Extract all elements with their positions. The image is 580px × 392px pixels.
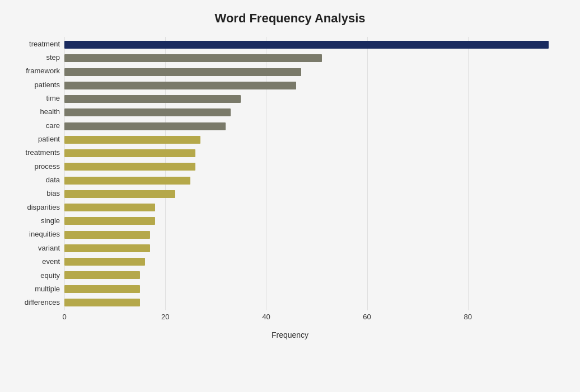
y-label: framework [11, 67, 64, 74]
y-label: step [11, 54, 64, 61]
x-tick: 60 [363, 313, 371, 321]
bar [64, 231, 150, 239]
bar-row [64, 228, 569, 242]
bar [64, 163, 195, 171]
bar [64, 82, 296, 89]
y-label: treatments [11, 149, 64, 156]
x-tick: 20 [161, 313, 169, 321]
bar [64, 95, 241, 103]
bar [64, 299, 140, 306]
bar [64, 285, 140, 293]
x-axis-label: Frequency [11, 330, 569, 339]
x-axis: 020406080 [64, 313, 569, 329]
bar [64, 149, 195, 157]
y-label: patient [11, 135, 64, 143]
bar-row [64, 106, 569, 119]
chart-container: Word Frequency Analysis treatmentstepfra… [0, 0, 580, 392]
y-label: care [11, 122, 64, 129]
y-labels: treatmentstepframeworkpatientstimehealth… [11, 37, 64, 310]
bar-row [64, 160, 569, 173]
y-label: time [11, 95, 64, 102]
bar-row [64, 79, 569, 92]
bar-row [64, 296, 569, 309]
bar [64, 177, 190, 185]
bar-row [64, 201, 569, 214]
bar-row [64, 120, 569, 133]
y-label: process [11, 163, 64, 170]
bar-row [64, 174, 569, 187]
x-tick: 40 [262, 313, 270, 321]
bar [64, 190, 175, 198]
chart-area: treatmentstepframeworkpatientstimehealth… [11, 37, 569, 339]
bar [64, 54, 322, 62]
bar [64, 68, 301, 76]
y-label: event [11, 258, 64, 265]
bar [64, 244, 150, 252]
bar [64, 136, 200, 144]
bar-row [64, 214, 569, 228]
bar-row [64, 92, 569, 106]
chart-title: Word Frequency Analysis [11, 11, 569, 26]
bar [64, 108, 231, 116]
bar [64, 204, 155, 211]
bar [64, 122, 226, 130]
bars-section: treatmentstepframeworkpatientstimehealth… [11, 37, 569, 310]
bar-row [64, 242, 569, 255]
bar [64, 217, 155, 225]
y-label: multiple [11, 285, 64, 292]
bar-row [64, 38, 569, 51]
y-label: variant [11, 244, 64, 252]
y-label: equity [11, 272, 64, 279]
bar-row [64, 282, 569, 296]
bar-row [64, 65, 569, 79]
bar [64, 258, 145, 266]
y-label: patients [11, 81, 64, 88]
y-label: health [11, 108, 64, 115]
bar-row [64, 187, 569, 201]
bar-row [64, 147, 569, 160]
bar-row [64, 268, 569, 282]
bar-row [64, 255, 569, 268]
x-tick: 0 [62, 313, 66, 321]
bar [64, 41, 549, 49]
y-label: differences [11, 299, 64, 306]
bar [64, 271, 140, 279]
y-label: single [11, 217, 64, 224]
bar-row [64, 133, 569, 147]
y-label: data [11, 176, 64, 183]
y-label: treatment [11, 40, 64, 48]
y-label: bias [11, 190, 64, 197]
x-tick: 80 [464, 313, 472, 321]
plot-area [64, 37, 569, 310]
y-label: disparities [11, 204, 64, 211]
bar-row [64, 51, 569, 65]
y-label: inequities [11, 230, 64, 238]
